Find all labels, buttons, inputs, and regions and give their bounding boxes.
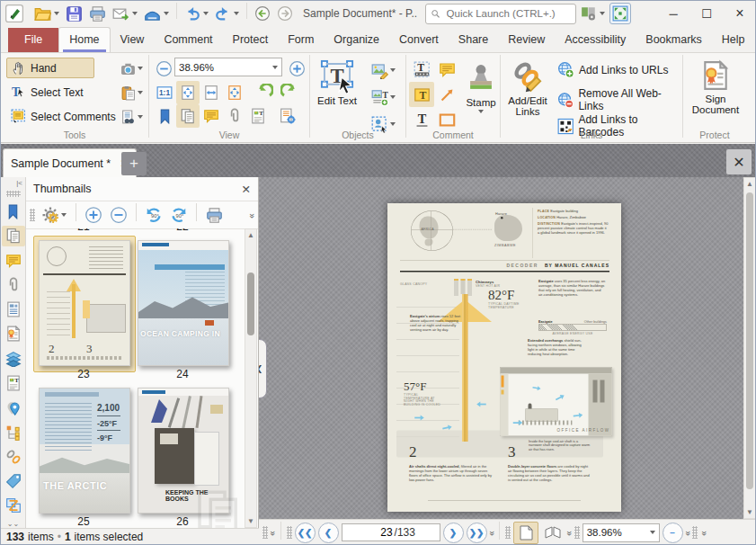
single-page-layout-button[interactable] (513, 522, 538, 544)
sidebar-structure-icon[interactable] (2, 422, 25, 442)
snapshot-button[interactable] (116, 58, 147, 79)
ui-options-button[interactable] (579, 4, 607, 23)
nav-back-button[interactable] (253, 4, 272, 23)
sidebar-destinations-icon[interactable] (2, 398, 25, 418)
actual-size-button[interactable] (153, 81, 176, 104)
text-tool-button[interactable] (409, 107, 434, 132)
document-scrollbar-thumb[interactable] (746, 192, 753, 489)
content-pane-button[interactable] (246, 104, 270, 128)
thumbnail-zoom-in-button[interactable] (83, 204, 104, 226)
pagenav-overflow-button[interactable]: » (486, 531, 496, 535)
rectangle-tool-button[interactable] (434, 107, 459, 132)
collapse-panel-button[interactable]: ❮ (259, 339, 267, 398)
strip-more-chevron-icon[interactable]: ⌄⌄ (7, 520, 19, 528)
zoom-in-button[interactable] (286, 58, 307, 79)
add-links-to-urls-button[interactable]: Add Links to URLs (553, 58, 688, 81)
undo-button[interactable] (182, 4, 210, 23)
document-view[interactable]: ❮ AFRICA Harare ZIMBABWE (259, 177, 756, 519)
sidebar-thumbnails-icon[interactable] (2, 226, 25, 246)
thumbnails-scrollbar[interactable]: ▲ ▼ (245, 228, 257, 528)
new-tab-button[interactable]: + (121, 152, 147, 175)
sidebar-signatures-icon[interactable] (2, 324, 25, 344)
scan-button[interactable] (142, 4, 171, 24)
tab-share[interactable]: Share (449, 28, 498, 52)
bottom-zoom-select[interactable]: 38.96% (583, 523, 660, 542)
document-page-23[interactable]: AFRICA Harare ZIMBABWE PLACE Eastgate bu… (387, 203, 621, 512)
sidebar-attachments-icon[interactable] (2, 274, 25, 295)
save-button[interactable] (64, 4, 84, 24)
thumbnails-scrollbar-thumb[interactable] (247, 272, 254, 335)
thumbnail-page-24[interactable]: OCEAN CAMPING IN (138, 240, 229, 366)
bottom-zoom-out-button[interactable]: − (663, 523, 683, 543)
zoom-level-select[interactable]: 38.96% (174, 58, 282, 76)
thumbnails-scroll-up-icon[interactable]: ▲ (245, 229, 256, 241)
print-button[interactable] (87, 4, 108, 24)
sidebar-tags-icon[interactable] (2, 471, 25, 492)
quick-launch-input[interactable] (445, 7, 572, 20)
thumbnail-page-25[interactable]: 2,100 -25°F -9°F THE ARCTIC (39, 388, 130, 514)
edit-image-button[interactable] (364, 58, 402, 82)
email-button[interactable] (111, 4, 139, 24)
open-button[interactable] (32, 4, 61, 24)
thumbnails-options-button[interactable] (39, 204, 69, 226)
fit-visible-button[interactable] (223, 81, 246, 104)
tab-bookmarks[interactable]: Bookmarks (636, 28, 712, 52)
close-document-button[interactable]: ✕ (726, 149, 752, 174)
paste-button[interactable] (116, 82, 147, 103)
select-text-button[interactable]: Select Text (6, 82, 116, 103)
last-page-button[interactable]: ❯❯ (467, 523, 487, 543)
tab-organize[interactable]: Organize (324, 28, 389, 52)
stamp-button[interactable]: Stamp (462, 57, 500, 138)
rotate-ccw-button[interactable] (252, 81, 277, 104)
document-tab[interactable]: Sample Document * ✕ (3, 148, 137, 178)
collapse-strip-button[interactable]: |< (16, 179, 25, 187)
tab-accessibility[interactable]: Accessibility (555, 28, 636, 52)
arrow-tool-button[interactable] (434, 82, 459, 107)
fullscreen-button[interactable] (609, 3, 631, 24)
prev-page-button[interactable]: ❮ (318, 523, 339, 543)
rotate-pages-ccw-button[interactable] (143, 204, 165, 226)
tab-home[interactable]: Home (58, 27, 110, 52)
redo-button[interactable] (213, 4, 241, 23)
layout-overflow-button[interactable]: » (565, 531, 574, 535)
maximize-button[interactable]: ☐ (691, 3, 722, 24)
document-scrollbar[interactable]: ▲ ▼ (743, 177, 756, 519)
sidebar-bookmarks-icon[interactable] (2, 201, 25, 221)
end-overflow-button[interactable]: » (699, 531, 709, 535)
minimize-button[interactable]: ─ (658, 3, 689, 24)
tab-view[interactable]: View (111, 28, 155, 52)
thumbnails-scroll-down-icon[interactable]: ▼ (245, 515, 256, 527)
hand-tool-button[interactable]: Hand (6, 58, 94, 78)
pagenav-drag-handle[interactable] (287, 526, 292, 539)
facing-pages-layout-button[interactable] (541, 523, 565, 543)
tab-review[interactable]: Review (498, 28, 555, 52)
rotate-pages-cw-button[interactable] (168, 204, 190, 226)
select-comments-button[interactable]: Select Comments (6, 106, 130, 127)
first-page-button[interactable]: ❮❮ (295, 523, 316, 543)
quick-launch-box[interactable] (425, 4, 576, 24)
strip-drag-handle[interactable] (6, 191, 21, 197)
fit-page-button[interactable] (176, 81, 200, 104)
print-pages-button[interactable] (203, 204, 225, 226)
document-scroll-down-icon[interactable]: ▼ (744, 506, 755, 518)
sidebar-fields-icon[interactable] (2, 299, 25, 320)
tab-file[interactable]: File (8, 28, 58, 52)
nav-forward-button[interactable] (275, 4, 295, 23)
thumbnails-more-button[interactable]: » (247, 213, 257, 218)
document-scroll-up-icon[interactable]: ▲ (744, 178, 755, 190)
sidebar-links-icon[interactable] (2, 446, 25, 467)
sidebar-order-icon[interactable] (2, 496, 25, 516)
tab-comment[interactable]: Comment (154, 28, 222, 52)
properties-pane-button[interactable] (275, 104, 300, 128)
tab-help[interactable]: Help (712, 28, 755, 52)
thumbnails-pane-button[interactable] (176, 104, 200, 128)
thumbnails-close-icon[interactable]: ✕ (242, 183, 251, 196)
zoom-out-button[interactable] (153, 58, 174, 79)
fit-width-button[interactable] (200, 81, 223, 104)
sidebar-comments-icon[interactable] (2, 250, 25, 271)
rotate-cw-button[interactable] (277, 81, 302, 104)
edit-text-button[interactable]: Edit Text (314, 57, 360, 138)
sign-document-button[interactable]: Sign Document (685, 57, 746, 138)
thumbnail-page-23[interactable]: 2 3 (39, 240, 130, 366)
tab-convert[interactable]: Convert (389, 28, 449, 52)
